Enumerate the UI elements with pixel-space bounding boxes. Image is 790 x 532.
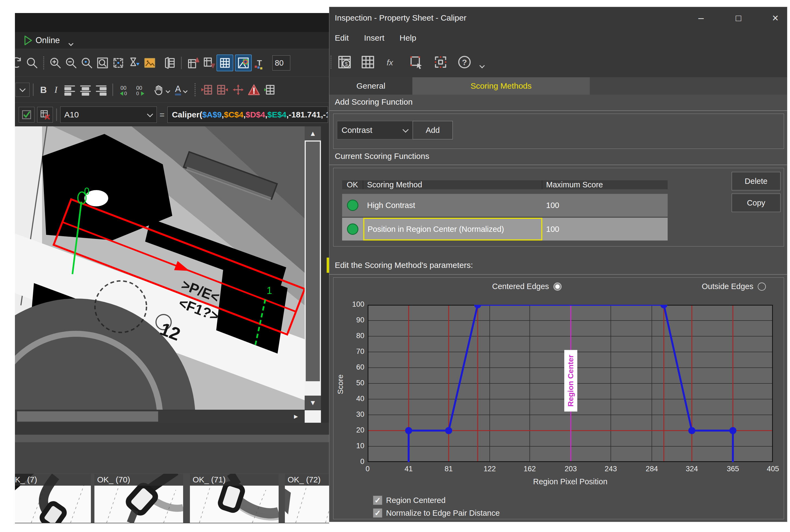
x-tick-label: 162 [516,465,544,473]
vertical-scroll-thumb[interactable] [306,141,320,381]
pan-hand-icon[interactable] [151,82,166,98]
tab-scoring-methods[interactable]: Scoring Methods [412,77,590,95]
y-tick-label: 100 [341,300,364,308]
import-grid-icon[interactable] [185,55,201,71]
delete-button[interactable]: Delete [732,172,780,190]
zoom-fit-icon[interactable] [110,55,126,71]
svg-text:fx: fx [387,58,393,67]
font-combo-chevron[interactable] [16,83,30,97]
pan-dropdown-chevron[interactable] [165,89,170,93]
minimize-button[interactable]: – [693,12,709,24]
move-cells-icon[interactable] [230,82,246,98]
font-color-button[interactable]: A [175,84,181,95]
score-point-handle[interactable] [729,427,736,434]
table-row-selected[interactable]: Position in Region Center (Normalized) 1… [342,218,668,241]
formula-input[interactable]: Caliper($A$9,$C$4,$D$4,$E$4,-181.741,-10 [167,107,328,123]
edge-0-label: 0 [84,186,90,197]
filmstrip-thumbnail[interactable]: OK_ (71) [190,474,279,523]
image-horizontal-scrollbar[interactable]: ► [15,410,321,423]
search-icon[interactable] [24,55,40,71]
menu-insert[interactable]: Insert [364,33,384,42]
score-profile-chart[interactable]: Region Center [368,305,773,462]
scoring-method-cell: High Contrast [363,201,542,210]
normalize-checkbox[interactable]: ✓ [373,508,382,518]
select-region-icon[interactable] [406,52,426,72]
equals-sign: = [160,110,165,120]
spreadsheet-dollar-icon[interactable]: $ [335,52,354,72]
filmstrip-thumbnail[interactable]: K_ (7) [15,474,91,523]
side-panel-icon[interactable] [162,55,178,71]
image-view[interactable]: >P/E< <F1?> 12 0 1 [15,126,305,410]
zoom-percent-box[interactable]: 80 [272,55,290,71]
cell-reference-combo[interactable]: A10 [60,107,157,123]
y-tick-label: 90 [341,316,364,324]
svg-text:T: T [257,58,262,67]
scroll-down-button[interactable]: ▼ [305,396,321,410]
format-toolbar: B I 000 000 A [15,76,329,103]
error-warning-icon[interactable] [246,82,262,98]
insert-cells-icon[interactable] [199,82,215,98]
online-play-icon[interactable] [20,33,36,48]
maximize-button[interactable]: □ [730,13,747,23]
copy-button[interactable]: Copy [732,194,780,212]
spreadsheet-view-toggle[interactable] [217,55,233,71]
zoom-actual-icon[interactable] [79,55,95,71]
trigger-hourglass-icon[interactable] [126,55,142,71]
bold-button[interactable]: B [40,84,47,95]
table-grid-icon[interactable] [358,52,378,72]
refresh-icon[interactable] [15,55,24,71]
image-display-icon[interactable] [142,55,158,71]
online-dropdown-chevron[interactable] [68,41,73,46]
thumbnail-label: OK_ (72) [285,474,329,486]
decrease-decimals-icon[interactable]: 000 [132,82,148,98]
centered-edges-radio[interactable] [553,283,562,291]
score-point-handle[interactable] [445,427,452,434]
table-row[interactable]: High Contrast 100 [342,194,668,217]
toolbar-separator [195,83,196,96]
score-point-handle[interactable] [688,427,695,434]
score-point-handle[interactable] [405,427,412,434]
cancel-x-button[interactable] [37,107,53,122]
x-tick-label: 122 [476,465,503,473]
centered-edges-option[interactable]: Centered Edges [492,282,562,291]
scroll-right-button[interactable]: ► [288,410,304,423]
graphics-text-icon[interactable]: T [252,55,268,71]
delete-cells-icon[interactable] [215,82,230,98]
region-centered-checkbox[interactable]: ✓ [373,496,382,505]
region-centered-option[interactable]: ✓ Region Centered [373,496,445,505]
dialog-titlebar[interactable]: Inspection - Property Sheet - Caliper – … [329,7,787,29]
align-left-icon[interactable] [62,82,78,98]
menu-help[interactable]: Help [400,33,417,42]
tab-general[interactable]: General [329,77,412,95]
image-vertical-scrollbar[interactable]: ▲ ▼ [305,126,321,410]
close-button[interactable]: × [767,12,784,24]
font-color-chevron[interactable] [183,89,187,93]
add-button[interactable]: Add [412,121,453,139]
outside-edges-option[interactable]: Outside Edges [702,282,766,291]
zoom-in-icon[interactable] [48,55,63,71]
confirm-check-button[interactable] [19,107,34,122]
filmstrip-thumbnail[interactable]: OK_ (70) [94,474,183,523]
score-point-handle[interactable] [660,305,667,308]
filmstrip-thumbnail[interactable]: OK_ (72) [285,474,329,523]
menu-edit[interactable]: Edit [335,33,349,42]
toolbar-overflow-chevron[interactable] [479,63,485,68]
align-center-icon[interactable] [78,82,93,98]
overlay-view-toggle[interactable] [235,55,252,71]
zoom-region-icon[interactable] [95,55,110,71]
zoom-out-icon[interactable] [63,55,79,71]
scoring-function-select[interactable]: Contrast [337,121,413,139]
section-separator [329,110,787,111]
increase-decimals-icon[interactable]: 000 [116,82,132,98]
export-grid-icon[interactable] [201,55,217,71]
normalize-option[interactable]: ✓ Normalize to Edge Pair Distance [373,508,500,518]
highlight-cells-icon[interactable] [262,82,277,98]
fixture-region-icon[interactable] [431,52,451,72]
horizontal-scroll-thumb[interactable] [17,411,158,422]
help-icon[interactable]: ? [455,52,474,72]
align-right-icon[interactable] [93,82,109,98]
italic-button[interactable]: I [55,84,57,95]
scroll-up-button[interactable]: ▲ [305,126,321,140]
outside-edges-radio[interactable] [758,283,766,291]
score-point-handle[interactable] [474,305,481,308]
